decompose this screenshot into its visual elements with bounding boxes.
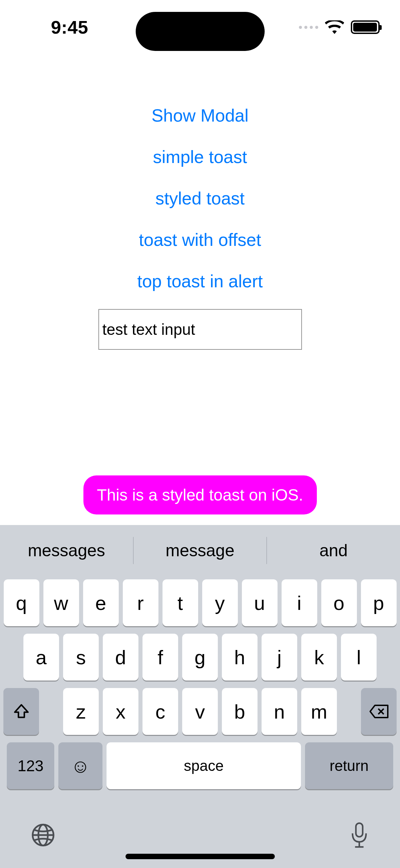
key-z[interactable]: z [63,688,99,735]
status-time: 9:45 [27,17,88,38]
key-i[interactable]: i [282,579,317,626]
svg-rect-3 [356,823,363,837]
simple-toast-button[interactable]: simple toast [153,147,247,167]
shift-key[interactable] [3,688,39,735]
key-row-bottom: 123 ☺ space return [3,742,397,789]
key-m[interactable]: m [301,688,337,735]
status-right-icons [299,20,380,34]
key-l[interactable]: l [341,634,377,681]
microphone-icon[interactable] [349,821,369,850]
key-h[interactable]: h [222,634,258,681]
main-content: Show Modal simple toast styled toast toa… [0,105,400,350]
battery-icon [351,20,380,34]
toast-offset-button[interactable]: toast with offset [139,230,261,250]
key-y[interactable]: y [202,579,238,626]
key-x[interactable]: x [103,688,138,735]
show-modal-button[interactable]: Show Modal [151,105,248,126]
key-s[interactable]: s [63,634,99,681]
key-u[interactable]: u [242,579,278,626]
key-t[interactable]: t [163,579,198,626]
home-indicator[interactable] [126,854,275,859]
key-k[interactable]: k [301,634,337,681]
key-g[interactable]: g [182,634,218,681]
keyboard: messages message and q w e r t y u i o p… [0,525,400,868]
key-o[interactable]: o [321,579,357,626]
key-w[interactable]: w [43,579,79,626]
key-b[interactable]: b [222,688,258,735]
key-v[interactable]: v [182,688,218,735]
styled-toast-button[interactable]: styled toast [155,188,245,209]
test-text-input[interactable] [98,309,302,350]
key-row-1: q w e r t y u i o p [3,579,397,626]
key-p[interactable]: p [361,579,397,626]
prediction-0[interactable]: messages [0,541,133,560]
predictive-bar: messages message and [0,525,400,576]
styled-toast: This is a styled toast on iOS. [83,475,317,514]
key-e[interactable]: e [83,579,119,626]
emoji-icon: ☺ [71,755,90,777]
key-a[interactable]: a [23,634,59,681]
return-key[interactable]: return [305,742,393,789]
wifi-icon [325,20,344,34]
emoji-key[interactable]: ☺ [58,742,102,789]
key-row-2: a s d f g h j k l [3,634,397,681]
space-key[interactable]: space [107,742,301,789]
key-n[interactable]: n [262,688,297,735]
key-c[interactable]: c [142,688,178,735]
prediction-1[interactable]: message [134,541,267,560]
top-toast-alert-button[interactable]: top toast in alert [137,271,263,291]
prediction-2[interactable]: and [267,541,400,560]
backspace-icon [369,704,389,719]
shift-icon [13,703,30,720]
key-f[interactable]: f [142,634,178,681]
key-r[interactable]: r [123,579,158,626]
key-row-3: z x c v b n m [3,688,397,735]
dynamic-island [136,12,265,51]
cellular-icon [299,26,318,29]
backspace-key[interactable] [361,688,397,735]
numeric-key[interactable]: 123 [7,742,54,789]
key-q[interactable]: q [4,579,39,626]
key-j[interactable]: j [262,634,297,681]
status-bar: 9:45 [0,0,400,54]
globe-icon[interactable] [31,822,56,849]
key-d[interactable]: d [103,634,138,681]
